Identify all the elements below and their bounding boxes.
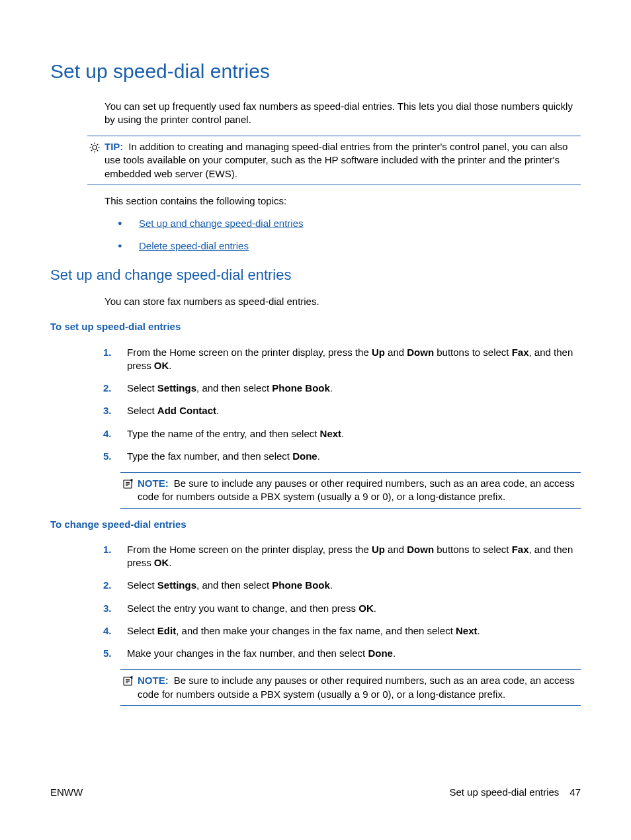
document-page: Set up speed-dial entries You can set up… (0, 0, 631, 706)
tip-text: In addition to creating and managing spe… (105, 141, 568, 179)
svg-line-7 (91, 150, 93, 151)
note-callout: NOTE:Be sure to include any pauses or ot… (120, 472, 581, 509)
step-item: Select Add Contact. (103, 404, 581, 417)
note-body: NOTE:Be sure to include any pauses or ot… (138, 477, 581, 504)
step-item: Select the entry you want to change, and… (103, 602, 581, 615)
tip-body: TIP:In addition to creating and managing… (105, 140, 581, 181)
page-title: Set up speed-dial entries (50, 58, 581, 85)
footer-section-title: Set up speed-dial entries (449, 786, 559, 799)
step-item: Select Settings, and then select Phone B… (103, 382, 581, 395)
svg-line-8 (97, 144, 99, 146)
step-item: Type the fax number, and then select Don… (103, 450, 581, 463)
step-item: From the Home screen on the printer disp… (103, 346, 581, 373)
svg-line-5 (91, 144, 93, 146)
step-item: Type the name of the entry, and then sel… (103, 427, 581, 441)
section-body: You can store fax numbers as speed-dial … (105, 295, 581, 308)
section-heading: Set up and change speed-dial entries (50, 265, 581, 285)
note-label: NOTE: (138, 478, 169, 489)
footer-left: ENWW (50, 786, 83, 799)
procedure-steps: From the Home screen on the printer disp… (103, 346, 581, 464)
topics-intro: This section contains the following topi… (105, 194, 581, 208)
footer-page-number: 47 (569, 786, 581, 799)
intro-paragraph: You can set up frequently used fax numbe… (105, 100, 581, 127)
step-item: Make your changes in the fax number, and… (103, 647, 581, 660)
note-icon (120, 477, 135, 490)
note-callout: NOTE:Be sure to include any pauses or ot… (120, 669, 581, 706)
topic-item: Delete speed-dial entries (118, 239, 581, 253)
procedure-title: To change speed-dial entries (50, 518, 581, 531)
procedure-steps: From the Home screen on the printer disp… (103, 543, 581, 661)
step-item: Select Settings, and then select Phone B… (103, 579, 581, 592)
topic-link-delete[interactable]: Delete speed-dial entries (139, 240, 249, 251)
svg-point-0 (93, 146, 97, 149)
tip-icon (87, 140, 102, 153)
topics-list: Set up and change speed-dial entries Del… (118, 217, 581, 253)
tip-callout: TIP:In addition to creating and managing… (87, 136, 581, 185)
note-text: Be sure to include any pauses or other r… (138, 675, 575, 699)
topic-link-setup[interactable]: Set up and change speed-dial entries (139, 218, 304, 229)
tip-label: TIP: (105, 141, 123, 152)
topic-item: Set up and change speed-dial entries (118, 217, 581, 230)
note-label: NOTE: (138, 675, 169, 686)
note-text: Be sure to include any pauses or other r… (138, 478, 575, 502)
page-footer: ENWW Set up speed-dial entries 47 (50, 786, 581, 799)
step-item: Select Edit, and then make your changes … (103, 624, 581, 638)
step-item: From the Home screen on the printer disp… (103, 543, 581, 570)
note-body: NOTE:Be sure to include any pauses or ot… (138, 674, 581, 701)
note-icon (120, 674, 135, 687)
svg-line-6 (97, 150, 99, 151)
procedure-title: To set up speed-dial entries (50, 320, 581, 333)
